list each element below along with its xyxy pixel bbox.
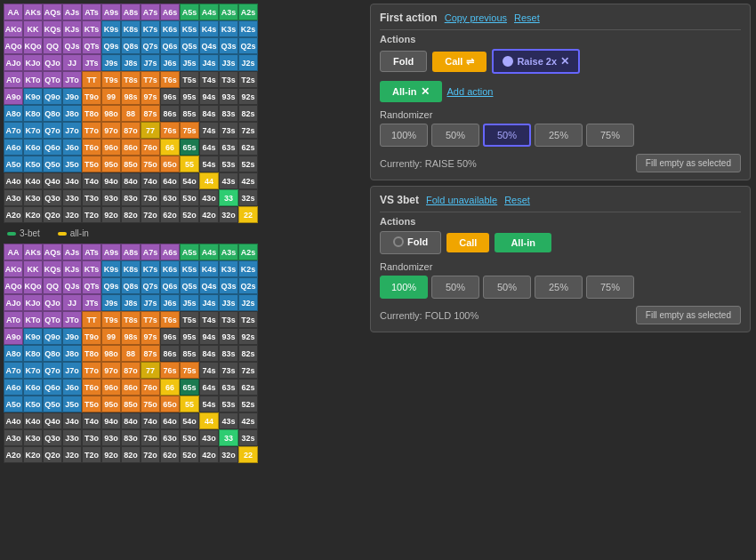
cell-3-3[interactable]: JJ: [62, 54, 82, 71]
cell-7-7[interactable]: 77: [141, 122, 160, 139]
rand-box-top-2[interactable]: 50%: [483, 124, 531, 147]
cell-9-5[interactable]: 95o: [101, 396, 121, 412]
cell-11-0[interactable]: A3o: [4, 189, 23, 206]
cell-1-12[interactable]: K2s: [238, 20, 258, 37]
cell-11-7[interactable]: 73o: [141, 189, 160, 206]
cell-2-3[interactable]: QJs: [62, 277, 82, 294]
cell-10-12[interactable]: 42s: [238, 172, 258, 189]
cell-0-5[interactable]: A9s: [101, 244, 121, 260]
cell-12-5[interactable]: 92o: [101, 206, 121, 223]
cell-2-1[interactable]: KQo: [23, 277, 43, 294]
rand-box-bottom-4[interactable]: 75%: [586, 276, 634, 299]
cell-7-12[interactable]: 72s: [238, 362, 258, 379]
cell-10-1[interactable]: K4o: [23, 172, 43, 189]
cell-10-6[interactable]: 84o: [121, 412, 141, 429]
legend-3bet[interactable]: 3-bet: [7, 228, 40, 238]
cell-12-8[interactable]: 62o: [160, 446, 180, 463]
cell-11-12[interactable]: 32s: [238, 429, 258, 446]
cell-8-9[interactable]: 65s: [180, 379, 199, 396]
cell-11-2[interactable]: Q3o: [43, 429, 62, 446]
cell-7-4[interactable]: T7o: [82, 122, 101, 139]
cell-4-12[interactable]: T2s: [238, 71, 258, 88]
cell-9-9[interactable]: 55: [180, 396, 199, 412]
cell-11-3[interactable]: J3o: [62, 429, 82, 446]
cell-1-11[interactable]: K3s: [219, 20, 238, 37]
cell-12-6[interactable]: 82o: [121, 206, 141, 223]
cell-8-5[interactable]: 96o: [101, 379, 121, 396]
cell-2-4[interactable]: QTs: [82, 277, 101, 294]
cell-6-7[interactable]: 87s: [141, 105, 160, 122]
cell-12-12[interactable]: 22: [238, 206, 258, 223]
cell-8-0[interactable]: A6o: [4, 139, 23, 156]
cell-2-0[interactable]: AQo: [4, 277, 23, 294]
cell-10-5[interactable]: 94o: [101, 172, 121, 189]
cell-12-7[interactable]: 72o: [141, 446, 160, 463]
cell-10-4[interactable]: T4o: [82, 172, 101, 189]
cell-5-6[interactable]: 98s: [121, 328, 141, 345]
cell-0-5[interactable]: A9s: [101, 4, 121, 20]
cell-12-9[interactable]: 52o: [180, 206, 199, 223]
cell-3-9[interactable]: J5s: [180, 54, 199, 71]
cell-4-8[interactable]: T6s: [160, 71, 180, 88]
cell-6-12[interactable]: 82s: [238, 345, 258, 362]
cell-4-10[interactable]: T4s: [199, 71, 219, 88]
cell-9-4[interactable]: T5o: [82, 156, 101, 172]
cell-5-9[interactable]: 95s: [180, 88, 199, 105]
rand-box-bottom-2[interactable]: 50%: [483, 276, 531, 299]
cell-12-3[interactable]: J2o: [62, 206, 82, 223]
cell-3-7[interactable]: J7s: [141, 294, 160, 311]
cell-1-4[interactable]: KTs: [82, 20, 101, 37]
raise-close-top[interactable]: ✕: [560, 55, 569, 68]
cell-10-7[interactable]: 74o: [141, 172, 160, 189]
cell-5-3[interactable]: J9o: [62, 328, 82, 345]
rand-box-top-4[interactable]: 75%: [586, 124, 634, 147]
cell-2-11[interactable]: Q3s: [219, 277, 238, 294]
cell-2-10[interactable]: Q4s: [199, 277, 219, 294]
cell-7-10[interactable]: 74s: [199, 362, 219, 379]
cell-12-7[interactable]: 72o: [141, 206, 160, 223]
cell-2-8[interactable]: Q6s: [160, 37, 180, 54]
cell-9-3[interactable]: J5o: [62, 396, 82, 412]
cell-9-12[interactable]: 52s: [238, 156, 258, 172]
cell-12-2[interactable]: Q2o: [43, 206, 62, 223]
cell-11-9[interactable]: 53o: [180, 189, 199, 206]
cell-3-11[interactable]: J3s: [219, 54, 238, 71]
cell-5-2[interactable]: Q9o: [43, 328, 62, 345]
cell-11-5[interactable]: 93o: [101, 189, 121, 206]
cell-8-4[interactable]: T6o: [82, 139, 101, 156]
cell-0-8[interactable]: A6s: [160, 4, 180, 20]
rand-box-bottom-3[interactable]: 25%: [535, 276, 583, 299]
cell-12-8[interactable]: 62o: [160, 206, 180, 223]
cell-12-6[interactable]: 82o: [121, 446, 141, 463]
cell-1-11[interactable]: K3s: [219, 260, 238, 277]
cell-6-6[interactable]: 88: [121, 105, 141, 122]
cell-6-2[interactable]: Q8o: [43, 345, 62, 362]
cell-5-1[interactable]: K9o: [23, 328, 43, 345]
cell-8-12[interactable]: 62s: [238, 379, 258, 396]
cell-11-11[interactable]: 33: [219, 189, 238, 206]
cell-12-11[interactable]: 32o: [219, 206, 238, 223]
cell-11-1[interactable]: K3o: [23, 189, 43, 206]
cell-1-3[interactable]: KJs: [62, 20, 82, 37]
cell-9-7[interactable]: 75o: [141, 156, 160, 172]
cell-11-10[interactable]: 43o: [199, 429, 219, 446]
cell-0-1[interactable]: AKs: [23, 4, 43, 20]
cell-4-10[interactable]: T4s: [199, 311, 219, 328]
cell-5-1[interactable]: K9o: [23, 88, 43, 105]
cell-7-11[interactable]: 73s: [219, 122, 238, 139]
cell-4-2[interactable]: QTo: [43, 311, 62, 328]
cell-1-6[interactable]: K8s: [121, 20, 141, 37]
call-button-bottom[interactable]: Call: [446, 233, 489, 252]
cell-12-4[interactable]: T2o: [82, 446, 101, 463]
rand-box-bottom-1[interactable]: 50%: [431, 276, 479, 299]
cell-7-12[interactable]: 72s: [238, 122, 258, 139]
cell-9-11[interactable]: 53s: [219, 396, 238, 412]
cell-8-3[interactable]: J6o: [62, 139, 82, 156]
cell-4-3[interactable]: JTo: [62, 311, 82, 328]
cell-7-1[interactable]: K7o: [23, 362, 43, 379]
cell-4-8[interactable]: T6s: [160, 311, 180, 328]
cell-1-2[interactable]: KQs: [43, 260, 62, 277]
cell-6-9[interactable]: 85s: [180, 105, 199, 122]
cell-0-12[interactable]: A2s: [238, 244, 258, 260]
cell-7-0[interactable]: A7o: [4, 362, 23, 379]
